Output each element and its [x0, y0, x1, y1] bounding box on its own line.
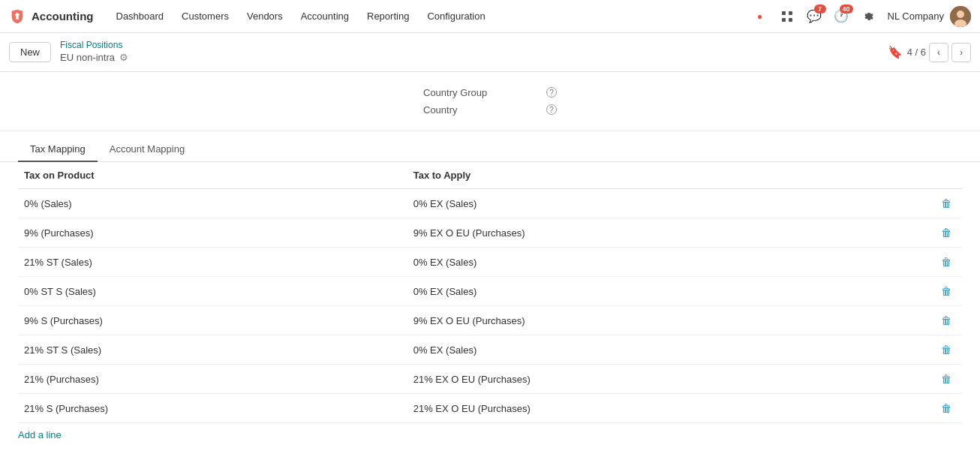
pager: 4 / 6 ‹ ›	[907, 43, 971, 62]
tax-mapping-table: Tax on Product Tax to Apply 0% (Sales) 0…	[18, 162, 962, 423]
topnav-actions: ● 💬 7 🕐 40 NL Company	[750, 6, 971, 27]
svg-rect-0	[782, 11, 786, 15]
country-group-label: Country Group	[423, 87, 543, 98]
table-row: 9% S (Purchases) 9% EX O EU (Purchases) …	[18, 306, 962, 335]
country-field: Country ?	[18, 101, 962, 119]
tax-on-product-cell: 0% (Sales)	[18, 189, 407, 218]
activity-icon[interactable]: 🕐 40	[831, 6, 852, 27]
delete-row-button[interactable]: 🗑	[936, 313, 956, 328]
tax-to-apply-cell: 0% EX (Sales)	[407, 277, 930, 306]
activity-badge: 40	[840, 5, 853, 14]
top-navigation: Accounting Dashboard Customers Vendors A…	[0, 0, 980, 33]
delete-row-button[interactable]: 🗑	[936, 371, 956, 386]
delete-row-button[interactable]: 🗑	[936, 342, 956, 357]
tax-on-product-cell: 0% ST S (Sales)	[18, 277, 407, 306]
tax-mapping-table-section: Tax on Product Tax to Apply 0% (Sales) 0…	[0, 162, 980, 458]
menu-configuration[interactable]: Configuration	[419, 6, 492, 26]
tab-tax-mapping[interactable]: Tax Mapping	[18, 137, 98, 162]
pager-text: 4 / 6	[907, 47, 926, 58]
tax-on-product-cell: 21% S (Purchases)	[18, 394, 407, 423]
form-fields: Country Group ? Country ?	[0, 72, 980, 131]
table-row: 0% (Sales) 0% EX (Sales) 🗑	[18, 189, 962, 218]
tax-to-apply-cell: 0% EX (Sales)	[407, 248, 930, 277]
country-help[interactable]: ?	[546, 104, 557, 115]
app-brand: Accounting	[32, 10, 94, 23]
status-dot[interactable]: ●	[750, 6, 771, 27]
menu-vendors[interactable]: Vendors	[239, 6, 290, 26]
grid-icon[interactable]	[777, 6, 798, 27]
add-line-button[interactable]: Add a line	[18, 423, 62, 446]
chat-badge: 7	[814, 5, 826, 14]
tax-to-apply-cell: 21% EX O EU (Purchases)	[407, 365, 930, 394]
tax-on-product-cell: 21% (Purchases)	[18, 365, 407, 394]
country-group-help[interactable]: ?	[546, 87, 557, 98]
tab-account-mapping[interactable]: Account Mapping	[98, 137, 197, 162]
pager-prev-button[interactable]: ‹	[929, 43, 948, 62]
delete-row-button[interactable]: 🗑	[936, 401, 956, 416]
menu-customers[interactable]: Customers	[174, 6, 236, 26]
app-logo[interactable]	[9, 8, 26, 25]
menu-dashboard[interactable]: Dashboard	[109, 6, 172, 26]
new-button[interactable]: New	[9, 42, 51, 62]
company-name[interactable]: NL Company	[888, 11, 944, 22]
svg-rect-3	[789, 18, 792, 22]
tax-to-apply-cell: 0% EX (Sales)	[407, 335, 930, 365]
table-row: 21% S (Purchases) 21% EX O EU (Purchases…	[18, 394, 962, 423]
table-row: 21% ST (Sales) 0% EX (Sales) 🗑	[18, 248, 962, 277]
chat-icon[interactable]: 💬 7	[804, 6, 825, 27]
table-row: 0% ST S (Sales) 0% EX (Sales) 🗑	[18, 277, 962, 306]
menu-accounting[interactable]: Accounting	[293, 6, 356, 26]
col-tax-to-apply: Tax to Apply	[407, 162, 930, 189]
tax-on-product-cell: 21% ST (Sales)	[18, 248, 407, 277]
table-row: 9% (Purchases) 9% EX O EU (Purchases) 🗑	[18, 218, 962, 248]
main-content: Country Group ? Country ? Tax Mapping Ac…	[0, 72, 980, 463]
menu-reporting[interactable]: Reporting	[359, 6, 416, 26]
tax-to-apply-cell: 9% EX O EU (Purchases)	[407, 218, 930, 248]
delete-row-button[interactable]: 🗑	[936, 254, 956, 269]
breadcrumb: Fiscal Positions EU non-intra ⚙	[60, 40, 130, 65]
tax-to-apply-cell: 0% EX (Sales)	[407, 189, 930, 218]
breadcrumb-current: EU non-intra	[60, 52, 115, 63]
country-group-field: Country Group ?	[18, 84, 962, 101]
main-menu: Dashboard Customers Vendors Accounting R…	[109, 6, 750, 26]
svg-point-5	[957, 11, 964, 18]
table-row: 21% (Purchases) 21% EX O EU (Purchases) …	[18, 365, 962, 394]
breadcrumb-parent[interactable]: Fiscal Positions	[60, 40, 130, 50]
toolbar: New Fiscal Positions EU non-intra ⚙ 🔖 4 …	[0, 33, 980, 72]
pager-next-button[interactable]: ›	[951, 43, 971, 62]
tax-on-product-cell: 21% ST S (Sales)	[18, 335, 407, 365]
tax-to-apply-cell: 9% EX O EU (Purchases)	[407, 306, 930, 335]
settings-icon[interactable]	[858, 6, 879, 27]
svg-rect-2	[782, 18, 786, 22]
bookmark-button[interactable]: 🔖	[888, 45, 903, 59]
tax-on-product-cell: 9% S (Purchases)	[18, 306, 407, 335]
toolbar-right: 🔖 4 / 6 ‹ ›	[888, 43, 971, 62]
delete-row-button[interactable]: 🗑	[936, 196, 956, 211]
user-avatar[interactable]	[950, 6, 971, 27]
country-label: Country	[423, 104, 543, 116]
svg-rect-1	[789, 11, 792, 15]
tax-to-apply-cell: 21% EX O EU (Purchases)	[407, 394, 930, 423]
delete-row-button[interactable]: 🗑	[936, 284, 956, 299]
tabs-bar: Tax Mapping Account Mapping	[0, 137, 980, 162]
table-row: 21% ST S (Sales) 0% EX (Sales) 🗑	[18, 335, 962, 365]
tax-on-product-cell: 9% (Purchases)	[18, 218, 407, 248]
col-tax-on-product: Tax on Product	[18, 162, 407, 189]
delete-row-button[interactable]: 🗑	[936, 225, 956, 240]
record-settings-button[interactable]: ⚙	[118, 50, 130, 65]
